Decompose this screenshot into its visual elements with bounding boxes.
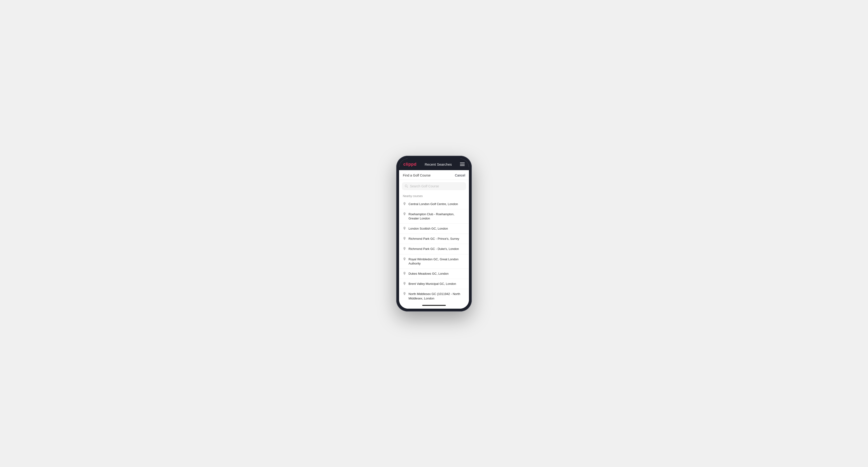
main-content: Find a Golf Course Cancel Search Golf Co… — [399, 170, 469, 309]
phone-screen: clippd Recent Searches Find a Golf Cours… — [399, 159, 469, 309]
menu-line-3 — [460, 165, 465, 166]
location-pin-icon — [403, 257, 406, 261]
location-pin-icon — [403, 292, 406, 296]
nearby-courses-section: Nearby courses Central London Golf Centr… — [399, 192, 469, 302]
cancel-button[interactable]: Cancel — [455, 174, 465, 177]
course-name: Richmond Park GC - Duke's, London — [408, 247, 459, 251]
course-name: Roehampton Club - Roehampton, Greater Lo… — [408, 212, 465, 221]
course-list-item[interactable]: Dukes Meadows GC, London — [399, 269, 469, 279]
location-pin-icon — [403, 272, 406, 276]
course-name: London Scottish GC, London — [408, 226, 448, 231]
course-list-item[interactable]: Roehampton Club - Roehampton, Greater Lo… — [399, 209, 469, 224]
location-pin-icon — [403, 202, 406, 206]
location-pin-icon — [403, 212, 406, 216]
menu-line-2 — [460, 164, 465, 164]
course-list-item[interactable]: North Middlesex GC (1011942 - North Midd… — [399, 289, 469, 302]
find-header: Find a Golf Course Cancel — [399, 170, 469, 180]
phone-device: clippd Recent Searches Find a Golf Cours… — [396, 156, 472, 311]
nearby-section-label: Nearby courses — [399, 192, 469, 199]
find-label: Find a Golf Course — [403, 174, 431, 177]
search-container: Search Golf Course — [399, 180, 469, 192]
course-name: Richmond Park GC - Prince's, Surrey — [408, 237, 459, 241]
search-placeholder: Search Golf Course — [410, 184, 439, 188]
course-list-item[interactable]: Royal Wimbledon GC, Great London Authori… — [399, 254, 469, 269]
course-name: Brent Valley Municipal GC, London — [408, 282, 456, 286]
home-bar — [422, 305, 446, 306]
search-box[interactable]: Search Golf Course — [402, 182, 466, 190]
course-list-item[interactable]: Richmond Park GC - Duke's, London — [399, 244, 469, 254]
app-logo: clippd — [403, 162, 416, 167]
location-pin-icon — [403, 237, 406, 241]
course-name: Dukes Meadows GC, London — [408, 272, 448, 276]
location-pin-icon — [403, 247, 406, 251]
top-navigation-bar: clippd Recent Searches — [399, 159, 469, 170]
course-list-item[interactable]: London Scottish GC, London — [399, 224, 469, 234]
location-pin-icon — [403, 227, 406, 230]
course-name: North Middlesex GC (1011942 - North Midd… — [408, 292, 465, 301]
courses-list: Central London Golf Centre, London Roeha… — [399, 199, 469, 302]
menu-line-1 — [460, 163, 465, 163]
menu-icon[interactable] — [460, 163, 465, 166]
location-pin-icon — [403, 282, 406, 286]
page-title: Recent Searches — [425, 162, 452, 166]
svg-line-1 — [407, 187, 408, 188]
search-icon — [405, 185, 408, 188]
phone-body: clippd Recent Searches Find a Golf Cours… — [396, 156, 472, 311]
home-indicator — [399, 302, 469, 309]
course-list-item[interactable]: Brent Valley Municipal GC, London — [399, 279, 469, 289]
course-name: Royal Wimbledon GC, Great London Authori… — [408, 257, 465, 266]
course-name: Central London Golf Centre, London — [408, 202, 458, 206]
course-list-item[interactable]: Richmond Park GC - Prince's, Surrey — [399, 234, 469, 244]
course-list-item[interactable]: Central London Golf Centre, London — [399, 199, 469, 209]
